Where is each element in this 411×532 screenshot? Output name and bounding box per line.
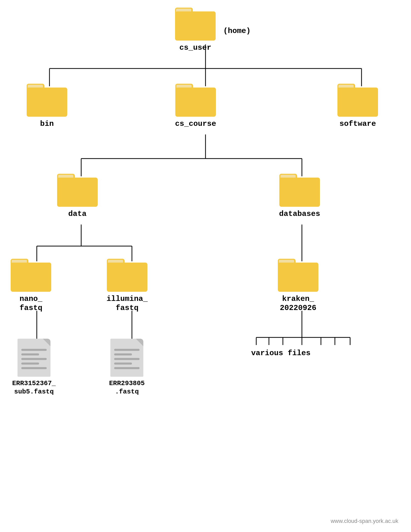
- folder-icon-illumina-fastq: [107, 259, 147, 292]
- folder-label-nano-fastq: nano_ fastq: [20, 294, 42, 313]
- folder-nano-fastq: nano_ fastq: [11, 259, 51, 313]
- folder-label-illumina-fastq: illumina_ fastq: [107, 294, 148, 313]
- folder-icon-cs-user: [175, 8, 216, 41]
- folder-icon-data: [57, 174, 98, 207]
- folder-label-bin: bin: [40, 119, 54, 128]
- folder-icon-bin: [27, 84, 67, 117]
- file-icon-err3152367: [18, 337, 50, 377]
- folder-icon-nano-fastq: [11, 259, 51, 292]
- file-label-err3152367: ERR3152367_ sub5.fastq: [12, 379, 56, 396]
- home-label: (home): [223, 27, 251, 35]
- folder-icon-kraken: [278, 259, 318, 292]
- folder-icon-software: [337, 84, 378, 117]
- folder-cs-course: cs_course: [175, 84, 216, 128]
- folder-label-cs-course: cs_course: [175, 119, 216, 128]
- folder-databases: databases: [279, 174, 320, 218]
- folder-icon-databases: [279, 174, 320, 207]
- file-icon-err293805: [110, 337, 143, 377]
- folder-data: data: [57, 174, 98, 218]
- folder-label-software: software: [339, 119, 376, 128]
- folder-software: software: [337, 84, 378, 128]
- file-err3152367: ERR3152367_ sub5.fastq: [12, 337, 56, 396]
- watermark: www.cloud-span.york.ac.uk: [331, 518, 398, 524]
- folder-label-databases: databases: [279, 209, 320, 218]
- folder-cs-user: cs_user: [175, 8, 216, 52]
- various-files-label: various files: [251, 349, 311, 357]
- file-label-err293805: ERR293805 .fastq: [109, 379, 145, 396]
- folder-label-cs-user: cs_user: [179, 43, 211, 52]
- folder-label-kraken: kraken_ 20220926: [280, 294, 316, 313]
- folder-label-data: data: [68, 209, 87, 218]
- folder-bin: bin: [27, 84, 67, 128]
- folder-illumina-fastq: illumina_ fastq: [107, 259, 148, 313]
- folder-icon-cs-course: [175, 84, 216, 117]
- file-err293805: ERR293805 .fastq: [109, 337, 145, 396]
- folder-kraken: kraken_ 20220926: [278, 259, 318, 313]
